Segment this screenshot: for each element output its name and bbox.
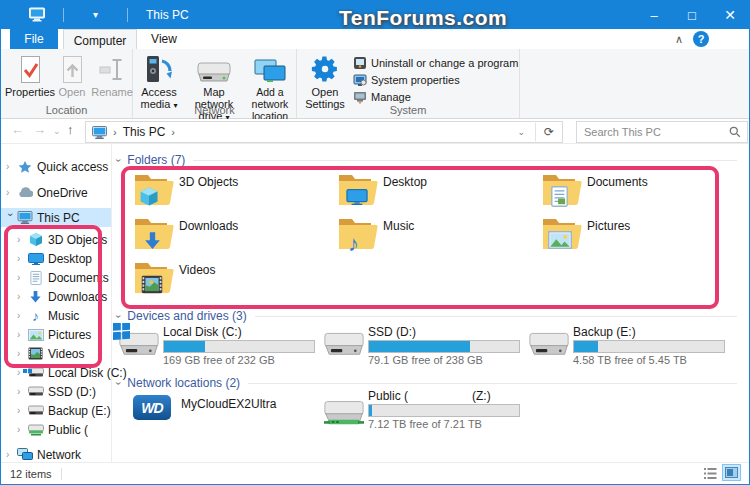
forward-button[interactable]: → bbox=[33, 122, 46, 137]
help-icon[interactable]: ? bbox=[693, 31, 709, 47]
address-separator bbox=[535, 123, 536, 141]
maximize-button[interactable]: □ bbox=[673, 1, 711, 29]
folder-tile-documents[interactable]: Documents bbox=[542, 172, 738, 212]
details-view-button[interactable] bbox=[702, 466, 719, 481]
tab-computer[interactable]: Computer bbox=[63, 29, 137, 51]
folder-tile-pictures[interactable]: Pictures bbox=[542, 216, 738, 256]
folder-label: Downloads bbox=[179, 219, 238, 233]
chevron-right-icon[interactable]: › bbox=[17, 234, 26, 245]
refresh-icon[interactable]: ⟳ bbox=[544, 125, 554, 139]
breadcrumb-chevron-icon[interactable]: › bbox=[171, 126, 175, 138]
chevron-right-icon[interactable]: › bbox=[17, 386, 26, 397]
chevron-right-icon[interactable]: › bbox=[17, 424, 26, 435]
system-properties-label: System properties bbox=[371, 74, 460, 86]
chevron-right-icon[interactable]: › bbox=[17, 348, 26, 359]
sidebar-item-downloads[interactable]: › Downloads bbox=[1, 287, 122, 306]
folder-label: 3D Objects bbox=[179, 175, 238, 189]
drive-free-space: 4.58 TB free of 5.45 TB bbox=[573, 354, 687, 366]
chevron-right-icon[interactable]: › bbox=[17, 329, 26, 340]
drive-tile-backup-e[interactable]: Backup (E:) 4.58 TB free of 5.45 TB bbox=[529, 325, 729, 369]
recent-locations-dropdown-icon[interactable]: ⌄ bbox=[53, 126, 61, 136]
manage-button[interactable]: Manage bbox=[353, 88, 411, 105]
folder-label: Videos bbox=[179, 263, 215, 277]
drive-name: SSD (D:) bbox=[368, 325, 416, 339]
drive-name: Local Disk (C:) bbox=[163, 325, 242, 339]
folder-tile-videos[interactable]: Videos bbox=[134, 260, 330, 300]
tab-view[interactable]: View bbox=[140, 29, 188, 49]
uninstall-program-button[interactable]: Uninstall or change a program bbox=[353, 54, 518, 71]
sidebar-item-desktop[interactable]: › Desktop bbox=[1, 249, 122, 268]
folder-label: Documents bbox=[587, 175, 648, 189]
sidebar-item-public-z[interactable]: › Public ( bbox=[1, 420, 122, 439]
network-tile-mycloud[interactable]: WD MyCloudEX2Ultra bbox=[119, 393, 319, 437]
section-rule bbox=[193, 160, 737, 161]
3d-cube-icon bbox=[139, 186, 159, 210]
section-header-folders[interactable]: › Folders (7) bbox=[117, 152, 737, 168]
chevron-right-icon[interactable]: › bbox=[17, 310, 26, 321]
rename-icon bbox=[98, 52, 126, 84]
breadcrumb-chevron-icon[interactable]: › bbox=[113, 126, 117, 138]
local-disk-c-icon bbox=[26, 367, 45, 378]
sidebar-label: Music bbox=[48, 309, 79, 323]
this-pc-app-icon[interactable] bbox=[29, 7, 45, 25]
chevron-right-icon[interactable]: › bbox=[6, 449, 15, 460]
drive-tile-ssd-d[interactable]: SSD (D:) 79.1 GB free of 238 GB bbox=[324, 325, 524, 369]
sidebar-item-3d-objects[interactable]: › 3D Objects bbox=[1, 230, 122, 249]
sidebar-item-this-pc[interactable]: › This PC bbox=[1, 208, 111, 227]
sidebar-item-documents[interactable]: › Documents bbox=[1, 268, 122, 287]
minimize-ribbon-icon[interactable]: ∧ bbox=[675, 33, 683, 46]
up-button[interactable]: ↑ bbox=[67, 122, 74, 137]
chevron-right-icon[interactable]: › bbox=[17, 272, 26, 283]
sidebar-item-onedrive[interactable]: › OneDrive bbox=[1, 183, 111, 202]
system-properties-button[interactable]: System properties bbox=[353, 71, 460, 88]
onedrive-cloud-icon bbox=[15, 187, 34, 198]
address-dropdown-icon[interactable]: ⌄ bbox=[517, 127, 525, 137]
open-settings-button[interactable]: OpenSettings bbox=[298, 52, 352, 110]
sidebar-item-local-disk-c[interactable]: › Local Disk (C:) bbox=[1, 363, 122, 382]
titlebar-separator bbox=[63, 8, 64, 22]
desktop-icon bbox=[26, 253, 45, 265]
breadcrumb[interactable]: › This PC › ⌄ ⟳ bbox=[85, 121, 563, 143]
chevron-right-icon[interactable]: › bbox=[17, 291, 26, 302]
quick-access-toolbar-dropdown-icon[interactable]: ▾ bbox=[93, 9, 98, 20]
close-button[interactable]: ✕ bbox=[711, 1, 749, 29]
sidebar-item-quick-access[interactable]: › Quick access bbox=[1, 157, 111, 176]
search-input[interactable]: Search This PC bbox=[576, 121, 748, 143]
rename-button[interactable]: Rename bbox=[85, 52, 139, 98]
drive-icon bbox=[26, 386, 45, 397]
folder-tile-downloads[interactable]: Downloads bbox=[134, 216, 330, 256]
tab-file[interactable]: File bbox=[10, 29, 58, 49]
collapse-chevron-icon[interactable]: › bbox=[113, 314, 124, 317]
picture-icon bbox=[548, 231, 572, 252]
sidebar-item-pictures[interactable]: › Pictures bbox=[1, 325, 122, 344]
music-note-icon: ♪ bbox=[348, 233, 359, 255]
folder-tile-3d-objects[interactable]: 3D Objects bbox=[134, 172, 330, 212]
section-header-devices[interactable]: › Devices and drives (3) bbox=[117, 308, 737, 324]
chevron-down-icon[interactable]: › bbox=[5, 213, 16, 222]
folder-tile-music[interactable]: ♪ Music bbox=[338, 216, 534, 256]
chevron-right-icon[interactable]: › bbox=[6, 161, 15, 172]
search-placeholder: Search This PC bbox=[584, 126, 661, 138]
sidebar-item-videos[interactable]: › Videos bbox=[1, 344, 122, 363]
access-media-button[interactable]: Accessmedia ▾ bbox=[134, 52, 184, 112]
chevron-right-icon[interactable]: › bbox=[17, 253, 26, 264]
back-button[interactable]: ← bbox=[11, 122, 24, 137]
sidebar-item-backup-e[interactable]: › Backup (E:) bbox=[1, 401, 122, 420]
folder-tile-desktop[interactable]: Desktop bbox=[338, 172, 534, 212]
breadcrumb-this-pc[interactable]: This PC bbox=[123, 125, 166, 139]
collapse-chevron-icon[interactable]: › bbox=[113, 381, 124, 384]
search-icon[interactable] bbox=[729, 126, 741, 138]
sidebar-item-ssd-d[interactable]: › SSD (D:) bbox=[1, 382, 122, 401]
redaction-box bbox=[88, 424, 106, 436]
collapse-chevron-icon[interactable]: › bbox=[113, 158, 124, 161]
sidebar-item-music[interactable]: › ♪ Music bbox=[1, 306, 122, 325]
network-tile-public-z[interactable]: Public ((Z:) 7.12 TB free of 7.21 TB bbox=[324, 389, 524, 433]
drive-tile-local-disk-c[interactable]: Local Disk (C:) 169 GB free of 232 GB bbox=[119, 325, 319, 369]
group-label-network: Network bbox=[133, 104, 296, 116]
chevron-right-icon[interactable]: › bbox=[6, 187, 15, 198]
minimize-button[interactable]: – bbox=[635, 1, 673, 29]
section-title: Folders (7) bbox=[127, 153, 185, 167]
chevron-right-icon[interactable]: › bbox=[17, 405, 26, 416]
pictures-icon bbox=[26, 329, 45, 341]
large-icons-view-button[interactable] bbox=[722, 464, 741, 481]
